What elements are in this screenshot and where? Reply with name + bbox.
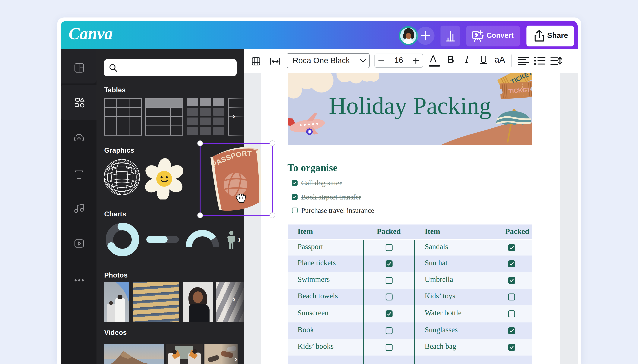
svg-text:Holiday Packing: Holiday Packing (329, 92, 491, 119)
svg-text:Canva: Canva (69, 24, 113, 43)
